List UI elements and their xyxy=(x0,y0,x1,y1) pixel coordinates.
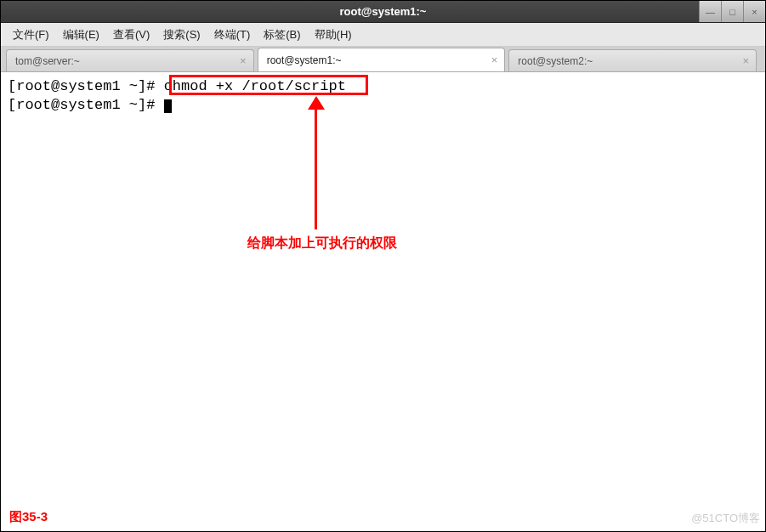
close-icon[interactable]: × xyxy=(240,54,247,67)
arrow-head-icon xyxy=(308,96,325,110)
close-icon[interactable]: × xyxy=(742,54,749,67)
window-controls: — □ × xyxy=(699,1,765,22)
close-icon[interactable]: × xyxy=(491,54,498,66)
menubar: 文件(F) 编辑(E) 查看(V) 搜索(S) 终端(T) 标签(B) 帮助(H… xyxy=(1,23,765,47)
terminal-area[interactable]: [root@system1 ~]# chmod +x /root/script … xyxy=(1,72,765,531)
cursor-icon xyxy=(164,99,172,113)
prompt: [root@system1 ~]# xyxy=(8,97,164,113)
close-button[interactable]: × xyxy=(743,1,765,22)
tab-label: tom@server:~ xyxy=(15,55,80,67)
menu-search[interactable]: 搜索(S) xyxy=(158,24,205,46)
menu-help[interactable]: 帮助(H) xyxy=(309,24,357,46)
arrow-line xyxy=(315,98,317,229)
menu-edit[interactable]: 编辑(E) xyxy=(58,24,105,46)
annotation-text: 给脚本加上可执行的权限 xyxy=(247,234,397,252)
tab-tom-server[interactable]: tom@server:~ × xyxy=(6,49,254,71)
tab-root-system1[interactable]: root@system1:~ × xyxy=(258,48,506,71)
watermark: @51CTO博客 xyxy=(691,509,760,528)
terminal-line-1: [root@system1 ~]# chmod +x /root/script xyxy=(8,77,758,96)
window-title: root@system1:~ xyxy=(340,5,427,18)
tab-label: root@system2:~ xyxy=(518,55,593,67)
tab-label: root@system1:~ xyxy=(267,54,342,66)
minimize-button[interactable]: — xyxy=(699,1,721,22)
prompt: [root@system1 ~]# xyxy=(8,78,164,94)
maximize-button[interactable]: □ xyxy=(721,1,743,22)
titlebar: root@system1:~ — □ × xyxy=(1,1,765,23)
figure-label: 图35-3 xyxy=(9,507,48,526)
command: chmod +x /root/script xyxy=(164,78,346,94)
menu-file[interactable]: 文件(F) xyxy=(8,24,54,46)
terminal-line-2: [root@system1 ~]# xyxy=(8,96,758,115)
tab-root-system2[interactable]: root@system2:~ × xyxy=(508,49,757,71)
menu-terminal[interactable]: 终端(T) xyxy=(209,24,256,46)
tab-bar: tom@server:~ × root@system1:~ × root@sys… xyxy=(1,47,765,72)
menu-view[interactable]: 查看(V) xyxy=(108,24,155,46)
menu-tabs[interactable]: 标签(B) xyxy=(258,24,305,46)
